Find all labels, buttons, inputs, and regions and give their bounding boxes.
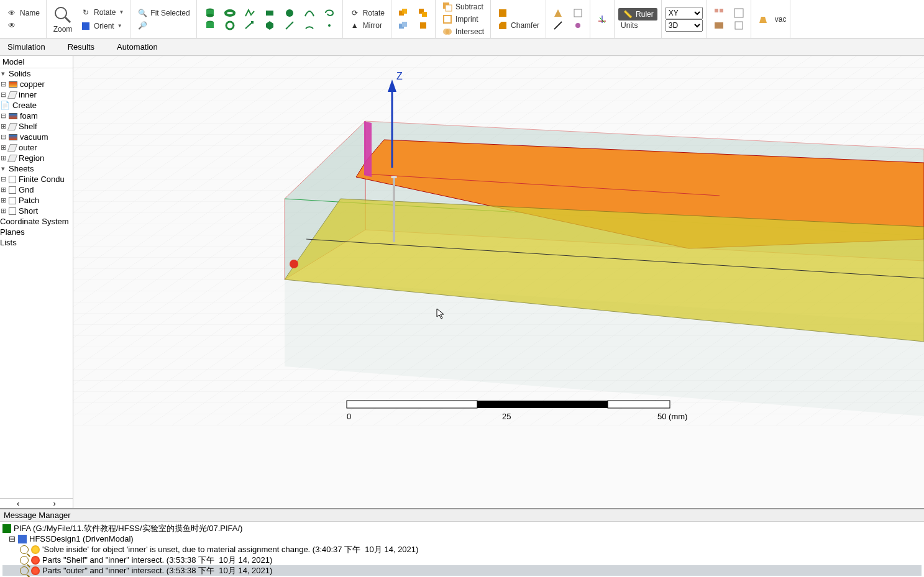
imprint-label: Imprint bbox=[455, 15, 478, 24]
chamfer-button[interactable]: Chamfer bbox=[495, 19, 542, 32]
zoom-button[interactable]: Zoom bbox=[50, 4, 75, 34]
fit-selected-button[interactable]: 🔍 Fit Selected bbox=[134, 7, 192, 19]
find-icon bbox=[20, 566, 29, 575]
object-icon bbox=[7, 144, 17, 152]
plane-combo[interactable]: XY bbox=[666, 7, 703, 19]
dup4-button[interactable] bbox=[415, 19, 431, 32]
cs-button[interactable] bbox=[594, 13, 610, 25]
message-body[interactable]: PIFA (G:/MyFile/11.软件教程/HFSS/实验室的摸鱼时光/07… bbox=[0, 522, 924, 577]
origin-marker bbox=[290, 260, 298, 268]
tree-inner[interactable]: ⊟inner bbox=[0, 89, 73, 100]
tree-lists[interactable]: Lists bbox=[0, 237, 73, 248]
msg-design[interactable]: ⊟HFSSDesign1 (DrivenModal) bbox=[2, 534, 922, 544]
edge1-button[interactable] bbox=[495, 7, 511, 19]
misc1b-button[interactable] bbox=[570, 7, 586, 19]
grid-d-button[interactable] bbox=[731, 19, 747, 32]
model-header: Model bbox=[0, 56, 73, 68]
svg-line-30 bbox=[554, 22, 562, 29]
tree-body[interactable]: ▾Solids ⊟copper ⊟inner 📄Create ⊟foam ⊞Sh… bbox=[0, 68, 73, 498]
dup2-button[interactable] bbox=[415, 7, 431, 19]
tree-patch[interactable]: ⊞Patch bbox=[0, 195, 73, 206]
ribbon-group-edge: Chamfer bbox=[491, 0, 546, 38]
viewport-3d[interactable]: Z 0 25 50 (mm) bbox=[73, 56, 924, 508]
dup1-button[interactable] bbox=[395, 7, 411, 19]
units-button[interactable]: Units bbox=[618, 20, 657, 30]
line-button[interactable] bbox=[281, 19, 298, 32]
grid-b-button[interactable] bbox=[731, 7, 747, 19]
hexagon-button[interactable] bbox=[262, 19, 278, 32]
svg-rect-7 bbox=[266, 11, 273, 16]
svg-rect-35 bbox=[715, 9, 718, 12]
cylinder-button[interactable] bbox=[202, 7, 218, 19]
rotate-button[interactable]: ↻ Rotate▼ bbox=[78, 6, 126, 19]
curve-button[interactable] bbox=[301, 7, 318, 19]
orient-label: Orient bbox=[94, 22, 114, 30]
arrow-path-button[interactable] bbox=[242, 19, 258, 32]
menu-automation[interactable]: Automation bbox=[114, 41, 160, 53]
arc-button[interactable] bbox=[301, 19, 318, 32]
tree-foam[interactable]: ⊟foam bbox=[0, 111, 73, 121]
ring-button[interactable] bbox=[222, 19, 238, 32]
ribbon-group-last: vac bbox=[751, 0, 791, 38]
grid-c-button[interactable] bbox=[711, 19, 727, 32]
torus-button[interactable] bbox=[222, 7, 238, 19]
menu-results[interactable]: Results bbox=[65, 41, 97, 53]
grid-a-button[interactable] bbox=[711, 7, 727, 19]
intersect-button[interactable]: Intersect bbox=[439, 25, 487, 38]
tree-copper[interactable]: ⊟copper bbox=[0, 79, 73, 89]
tree-coord[interactable]: Coordinate System bbox=[0, 216, 73, 227]
misc1c-button[interactable] bbox=[550, 19, 566, 32]
menu-simulation[interactable]: Simulation bbox=[5, 41, 48, 53]
svg-point-8 bbox=[286, 9, 293, 17]
cylinder2-button[interactable] bbox=[202, 19, 218, 32]
fit-alt-button[interactable]: 🔎 bbox=[134, 19, 192, 32]
tree-region[interactable]: ⊞Region bbox=[0, 153, 73, 163]
polyline-button[interactable] bbox=[242, 7, 258, 19]
vac-button[interactable] bbox=[755, 13, 771, 25]
svg-rect-36 bbox=[720, 9, 723, 12]
circle-button[interactable] bbox=[281, 7, 298, 19]
tree-create[interactable]: 📄Create bbox=[0, 100, 73, 111]
dup3-button[interactable] bbox=[395, 19, 411, 32]
tree-solids[interactable]: ▾Solids bbox=[0, 68, 73, 79]
view-combo[interactable]: 3D bbox=[666, 19, 703, 32]
imprint-button[interactable]: Imprint bbox=[439, 13, 487, 25]
svg-point-26 bbox=[446, 29, 452, 35]
subtract-icon bbox=[442, 1, 453, 12]
tree-finite[interactable]: ⊟Finite Condu bbox=[0, 174, 73, 184]
svg-rect-27 bbox=[499, 9, 506, 17]
imprint-icon bbox=[442, 14, 453, 25]
msg-error-1[interactable]: Parts "Shelf" and "inner" intersect. (3:… bbox=[2, 555, 922, 565]
tree-short[interactable]: ⊞Short bbox=[0, 206, 73, 216]
svg-rect-20 bbox=[402, 22, 407, 27]
msg-project[interactable]: PIFA (G:/MyFile/11.软件教程/HFSS/实验室的摸鱼时光/07… bbox=[2, 523, 922, 534]
svg-marker-28 bbox=[554, 9, 562, 17]
name-button[interactable]: 👁 Name bbox=[4, 7, 42, 19]
rectangle-button[interactable] bbox=[262, 7, 278, 19]
svg-point-6 bbox=[226, 11, 234, 16]
visibility-button[interactable]: 👁 bbox=[4, 19, 42, 32]
error-icon bbox=[31, 556, 40, 565]
svg-marker-12 bbox=[266, 21, 273, 30]
msg-warning-1[interactable]: 'Solve inside' for object 'inner' is uns… bbox=[2, 544, 922, 555]
tree-scroll-right[interactable]: › bbox=[37, 499, 73, 508]
subtract-button[interactable]: Subtract bbox=[439, 1, 487, 13]
tree-planes[interactable]: Planes bbox=[0, 227, 73, 237]
tree-vacuum[interactable]: ⊟vacuum bbox=[0, 132, 73, 142]
msg-error-2[interactable]: Parts "outer" and "inner" intersect. (3:… bbox=[2, 565, 922, 576]
ruler-button[interactable]: 📏 Ruler bbox=[618, 8, 657, 20]
spiral-button[interactable] bbox=[321, 7, 337, 19]
tree-outer[interactable]: ⊞outer bbox=[0, 142, 73, 153]
misc1a-button[interactable] bbox=[550, 7, 566, 19]
mirror-button[interactable]: ▲ Mirror bbox=[347, 19, 387, 32]
misc1d-button[interactable] bbox=[570, 19, 586, 32]
rotate-xform-button[interactable]: ⟳ Rotate bbox=[347, 7, 387, 19]
point-button[interactable] bbox=[321, 19, 337, 32]
tree-gnd[interactable]: ⊞Gnd bbox=[0, 184, 73, 195]
orient-button[interactable]: Orient▼ bbox=[78, 20, 126, 32]
main-split: Model ▾Solids ⊟copper ⊟inner 📄Create ⊟fo… bbox=[0, 56, 924, 508]
mirror-label: Mirror bbox=[363, 21, 382, 30]
tree-scroll-left[interactable]: ‹ bbox=[0, 499, 37, 508]
tree-shelf[interactable]: ⊞Shelf bbox=[0, 121, 73, 132]
tree-sheets[interactable]: ▾Sheets bbox=[0, 163, 73, 174]
